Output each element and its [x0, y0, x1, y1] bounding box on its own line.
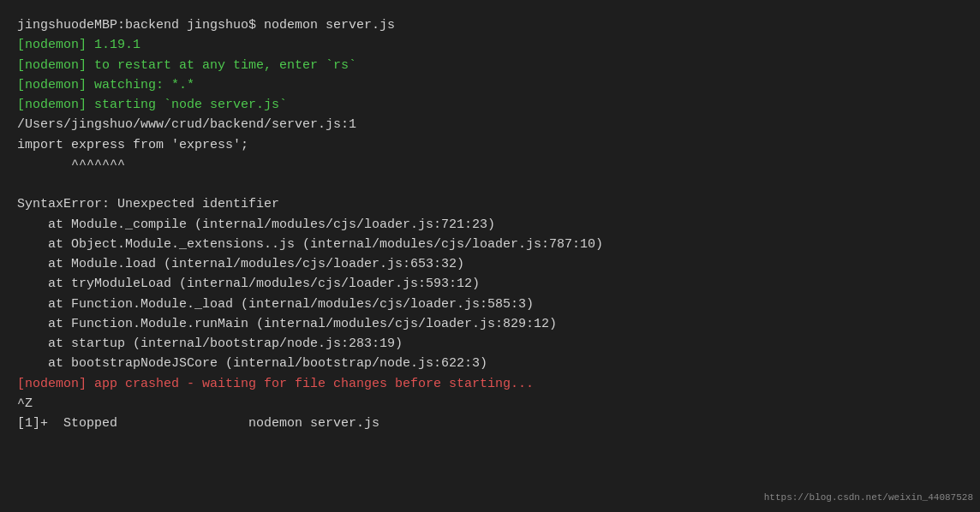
line-file-path: /Users/jingshuo/www/crud/backend/server.…	[17, 115, 963, 134]
line-stack-1: at Module._compile (internal/modules/cjs…	[17, 215, 963, 235]
line-prompt: jingshuodeMBP:backend jingshuo$ nodemon …	[17, 15, 963, 35]
line-nodemon-watching: [nodemon] watching: *.*	[17, 75, 963, 95]
line-stack-4: at tryModuleLoad (internal/modules/cjs/l…	[17, 274, 963, 294]
line-ctrl-z: ^Z	[17, 394, 963, 414]
line-stack-6: at Function.Module.runMain (internal/mod…	[17, 314, 963, 334]
line-empty1	[17, 175, 963, 194]
line-nodemon-starting: [nodemon] starting `node server.js`	[17, 95, 963, 115]
line-nodemon-version: [nodemon] 1.19.1	[17, 35, 963, 55]
line-stack-5: at Function.Module._load (internal/modul…	[17, 295, 963, 314]
line-stack-7: at startup (internal/bootstrap/node.js:2…	[17, 334, 963, 354]
line-import: import express from 'express';	[17, 135, 963, 155]
line-stack-8: at bootstrapNodeJSCore (internal/bootstr…	[17, 354, 963, 373]
terminal-output: jingshuodeMBP:backend jingshuo$ nodemon …	[17, 15, 963, 433]
line-crashed: [nodemon] app crashed - waiting for file…	[17, 374, 963, 394]
line-carets: ^^^^^^^	[17, 155, 963, 175]
line-stopped: [1]+ Stopped nodemon server.js	[17, 414, 963, 433]
watermark: https://blog.csdn.net/weixin_44087528	[764, 491, 973, 505]
line-stack-2: at Object.Module._extensions..js (intern…	[17, 235, 963, 254]
line-syntax-error: SyntaxError: Unexpected identifier	[17, 194, 963, 214]
line-nodemon-restart: [nodemon] to restart at any time, enter …	[17, 56, 963, 75]
line-stack-3: at Module.load (internal/modules/cjs/loa…	[17, 254, 963, 274]
